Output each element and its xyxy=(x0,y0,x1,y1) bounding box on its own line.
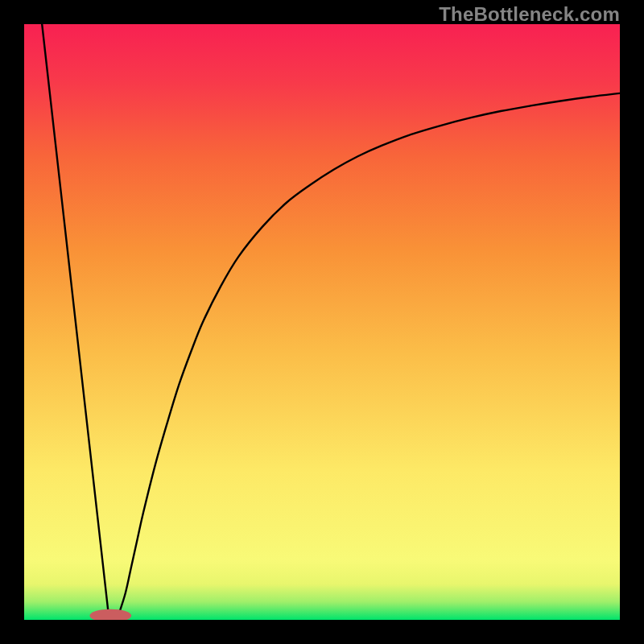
watermark-label: TheBottleneck.com xyxy=(439,3,620,26)
chart-frame: TheBottleneck.com xyxy=(0,0,644,644)
bottleneck-chart xyxy=(24,24,620,620)
gradient-background xyxy=(24,24,620,620)
